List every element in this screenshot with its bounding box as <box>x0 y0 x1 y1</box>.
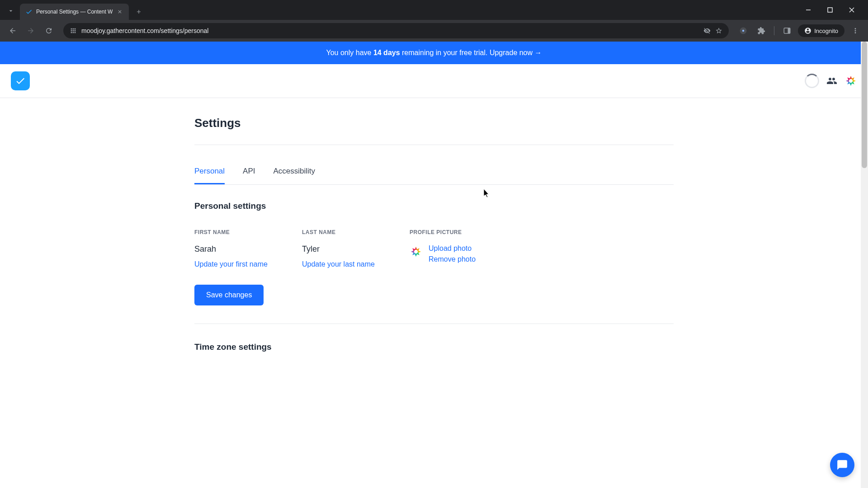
banner-suffix: remaining in your free trial. Upgrade no… <box>400 49 542 56</box>
page-viewport: You only have 14 days remaining in your … <box>0 42 868 488</box>
extensions-icon[interactable] <box>754 23 769 38</box>
first-name-label: FIRST NAME <box>194 229 280 235</box>
profile-picture-label: PROFILE PICTURE <box>410 229 495 235</box>
svg-rect-5 <box>788 28 790 33</box>
tab-favicon-icon <box>25 8 33 15</box>
sidepanel-icon[interactable] <box>780 23 794 38</box>
first-name-value: Sarah <box>194 244 280 254</box>
app-header <box>0 64 868 98</box>
update-first-name-link[interactable]: Update your first name <box>194 260 268 268</box>
nav-back-button[interactable] <box>5 23 20 38</box>
chat-widget-button[interactable] <box>830 453 854 477</box>
eye-off-icon[interactable] <box>703 27 711 34</box>
address-bar[interactable]: moodjoy.gathercontent.com/settings/perso… <box>63 23 729 38</box>
profile-picture-icon <box>410 245 422 258</box>
site-settings-icon[interactable] <box>70 27 77 34</box>
save-changes-button[interactable]: Save changes <box>194 285 264 305</box>
tab-api[interactable]: API <box>243 167 255 184</box>
banner-prefix: You only have <box>326 49 373 56</box>
title-divider <box>194 145 674 145</box>
browser-tab-active[interactable]: Personal Settings — Content W <box>20 4 129 20</box>
browser-toolbar: moodjoy.gathercontent.com/settings/perso… <box>0 20 868 42</box>
window-controls <box>799 4 864 16</box>
browser-menu-icon[interactable] <box>848 23 863 38</box>
toolbar-divider <box>774 26 774 35</box>
scrollbar-thumb[interactable] <box>862 42 867 168</box>
remove-photo-link[interactable]: Remove photo <box>429 255 476 263</box>
nav-forward-button[interactable] <box>24 23 38 38</box>
tab-title: Personal Settings — Content W <box>36 9 113 15</box>
loading-spinner-icon <box>805 74 819 88</box>
tab-close-icon[interactable] <box>116 8 123 15</box>
settings-tabs: Personal API Accessibility <box>194 167 674 185</box>
svg-rect-1 <box>828 8 832 12</box>
first-name-group: FIRST NAME Sarah Update your first name <box>194 229 280 268</box>
section-divider <box>194 324 674 324</box>
user-avatar-icon[interactable] <box>844 75 857 87</box>
last-name-group: LAST NAME Tyler Update your last name <box>302 229 388 268</box>
section-timezone-title: Time zone settings <box>194 342 674 352</box>
last-name-label: LAST NAME <box>302 229 388 235</box>
bookmark-star-icon[interactable] <box>715 27 722 34</box>
upload-photo-link[interactable]: Upload photo <box>429 244 476 253</box>
update-last-name-link[interactable]: Update your last name <box>302 260 375 268</box>
new-tab-button[interactable] <box>132 5 145 18</box>
incognito-badge[interactable]: Incognito <box>798 24 844 37</box>
app-logo[interactable] <box>11 71 30 90</box>
profile-icon[interactable] <box>736 23 750 38</box>
trial-banner[interactable]: You only have 14 days remaining in your … <box>0 42 868 64</box>
tab-accessibility[interactable]: Accessibility <box>274 167 316 184</box>
last-name-value: Tyler <box>302 244 388 254</box>
address-url: moodjoy.gathercontent.com/settings/perso… <box>81 27 699 34</box>
page-title: Settings <box>194 116 674 130</box>
people-icon[interactable] <box>826 75 837 86</box>
scrollbar-track[interactable] <box>861 42 868 488</box>
profile-picture-group: PROFILE PICTURE <box>410 229 495 268</box>
content-area: Settings Personal API Accessibility Pers… <box>145 98 723 388</box>
incognito-label: Incognito <box>814 28 838 34</box>
window-close-button[interactable] <box>843 4 861 16</box>
banner-days: 14 days <box>373 49 400 56</box>
tab-personal[interactable]: Personal <box>194 167 225 184</box>
svg-point-3 <box>742 30 745 32</box>
browser-tab-strip: Personal Settings — Content W <box>0 0 868 20</box>
tab-search-dropdown[interactable] <box>4 4 18 18</box>
section-personal-title: Personal settings <box>194 201 674 211</box>
window-minimize-button[interactable] <box>799 4 817 16</box>
window-maximize-button[interactable] <box>821 4 839 16</box>
nav-reload-button[interactable] <box>42 23 56 38</box>
header-actions <box>805 74 857 88</box>
personal-form-row: FIRST NAME Sarah Update your first name … <box>194 229 674 268</box>
